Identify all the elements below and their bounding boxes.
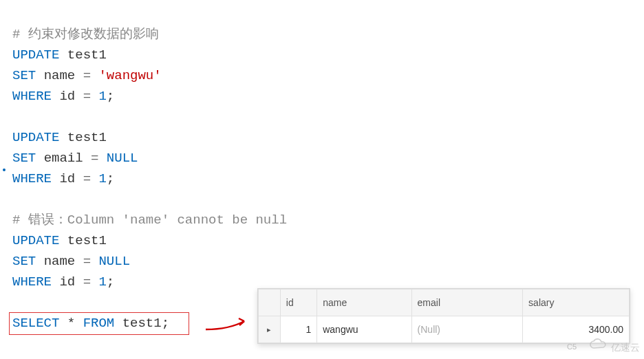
gutter-marker (3, 168, 6, 171)
row-marker: ▸ (259, 316, 281, 343)
comment-line-2: # 错误：Column 'name' cannot be null (12, 213, 287, 228)
semicolon: ; (107, 274, 114, 290)
field-name: name (44, 254, 76, 269)
col-header-name[interactable]: name (317, 290, 411, 316)
ident-table: test1 (67, 130, 107, 145)
num-literal: 1 (98, 171, 106, 186)
op-eq: = (83, 171, 91, 186)
kw-where: WHERE (12, 171, 52, 186)
kw-set: SET (12, 151, 36, 166)
cell-name[interactable]: wangwu (317, 316, 411, 343)
field-id: id (59, 171, 75, 186)
kw-update: UPDATE (12, 47, 59, 63)
op-eq: = (91, 151, 98, 166)
row-marker-header (259, 290, 281, 316)
col-header-salary[interactable]: salary (523, 290, 630, 316)
col-header-email[interactable]: email (411, 290, 523, 316)
field-name: name (44, 68, 76, 83)
table-header-row: id name email salary (259, 290, 630, 316)
op-eq: = (83, 68, 91, 83)
kw-null: NULL (98, 254, 130, 269)
cell-email[interactable]: (Null) (411, 316, 523, 343)
kw-where: WHERE (12, 89, 52, 104)
result-grid[interactable]: id name email salary ▸ 1 wangwu (Null) 3… (257, 288, 630, 344)
field-id: id (59, 89, 75, 104)
selection-highlight (9, 312, 189, 335)
field-id: id (59, 274, 75, 290)
kw-update: UPDATE (12, 233, 59, 248)
cloud-icon (589, 337, 608, 358)
string-literal: 'wangwu' (98, 68, 161, 83)
num-literal: 1 (98, 274, 106, 290)
code-block: # 约束对修改数据的影响 UPDATE test1 SET name = 'wa… (12, 3, 287, 334)
comment-line-1: # 约束对修改数据的影响 (12, 27, 159, 42)
semicolon: ; (107, 89, 114, 104)
arrow-icon (204, 313, 254, 334)
watermark: 亿速云 (589, 337, 640, 358)
ident-table: test1 (67, 47, 107, 63)
kw-set: SET (12, 254, 36, 269)
num-literal: 1 (98, 89, 106, 104)
cell-id[interactable]: 1 (280, 316, 316, 343)
kw-set: SET (12, 68, 36, 83)
kw-update: UPDATE (12, 130, 59, 145)
corner-label: C5 (567, 336, 577, 357)
kw-null: NULL (107, 151, 138, 166)
semicolon: ; (107, 171, 114, 186)
op-eq: = (83, 274, 91, 290)
ident-table: test1 (67, 233, 107, 248)
field-email: email (44, 151, 83, 166)
col-header-id[interactable]: id (280, 290, 316, 316)
kw-where: WHERE (12, 274, 52, 290)
op-eq: = (83, 254, 91, 269)
watermark-text: 亿速云 (611, 337, 640, 358)
op-eq: = (83, 89, 91, 104)
